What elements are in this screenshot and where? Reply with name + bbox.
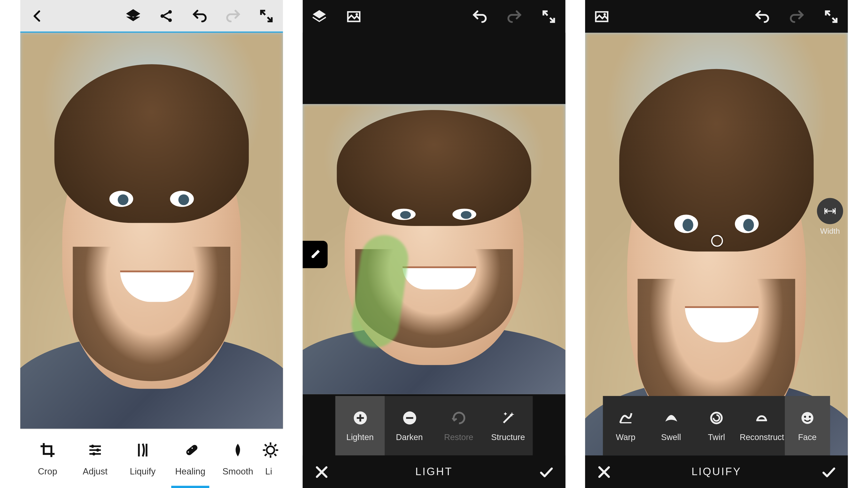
tool-label: Warp [616,432,636,442]
screen-liquify-mode: Width Warp Swell Twirl Reconstruct [585,0,848,488]
darken-icon [401,409,418,426]
layers-dropdown-icon[interactable] [311,8,328,25]
width-label: Width [820,226,840,235]
confirm-icon[interactable] [820,463,837,480]
confirm-icon[interactable] [538,463,555,480]
photo-canvas[interactable]: Width Warp Swell Twirl Reconstruct [585,33,848,488]
fullscreen-icon[interactable] [258,7,275,24]
fullscreen-icon[interactable] [823,8,840,25]
tool-label: Structure [491,432,525,442]
tool-crop[interactable]: Crop [24,429,71,488]
tool-label: Li [265,466,272,477]
tool-label: Liquify [130,466,155,477]
tool-light-partial[interactable]: Li [261,429,283,488]
structure-icon [500,409,516,426]
reconstruct-icon [754,409,770,426]
tool-label: Lighten [346,432,374,442]
tool-swell[interactable]: Swell [648,396,694,456]
smooth-icon [229,441,247,459]
redo-icon [225,7,242,24]
letterbox-top [303,33,565,104]
screen-light-mode: Lighten Darken Restore Structure LIGHT [303,0,565,488]
warp-icon [617,409,634,426]
back-icon[interactable] [29,7,45,24]
swell-icon [662,409,679,426]
layers-icon[interactable] [125,7,142,24]
portrait-photo [20,33,283,429]
liquify-tool-row: Warp Swell Twirl Reconstruct Face [603,396,830,456]
tool-label: Restore [444,432,473,442]
top-bar [303,0,565,33]
image-icon[interactable] [593,8,610,25]
redo-icon [788,8,805,25]
confirm-bar: LIQUIFY [585,456,848,488]
top-bar [585,0,848,33]
tool-bar: Crop Adjust Liquify Healing Smooth Li [20,429,283,488]
tool-label: Twirl [708,432,725,442]
share-icon[interactable] [158,7,175,24]
tool-label: Healing [175,466,206,477]
undo-icon[interactable] [471,8,488,25]
tool-warp[interactable]: Warp [603,396,648,456]
tool-liquify[interactable]: Liquify [119,429,166,488]
width-control[interactable]: Width [817,198,843,236]
tool-face[interactable]: Face [785,396,830,456]
healing-icon [181,441,199,459]
tool-label: Darken [396,432,423,442]
fullscreen-icon[interactable] [540,8,557,25]
screen-editor-main: Crop Adjust Liquify Healing Smooth Li [20,0,283,488]
top-bar [20,0,283,33]
liquify-icon [134,441,152,459]
tool-restore: Restore [434,396,484,456]
photo-canvas[interactable] [20,33,283,429]
adjust-icon [86,441,104,459]
tool-smooth[interactable]: Smooth [214,429,261,488]
light-icon [261,441,279,459]
twirl-icon [708,409,725,426]
lighten-icon [352,409,368,426]
confirm-bar: LIGHT [303,456,565,488]
undo-icon[interactable] [192,7,208,24]
tool-adjust[interactable]: Adjust [71,429,119,488]
undo-icon[interactable] [754,8,771,25]
brush-fab[interactable] [303,241,328,268]
tool-reconstruct[interactable]: Reconstruct [739,396,785,456]
tool-label: Adjust [83,466,107,477]
redo-icon [506,8,523,25]
crop-icon [39,441,57,459]
restore-icon [451,409,467,426]
width-icon [817,198,843,224]
tool-label: Reconstruct [740,432,784,442]
tool-twirl[interactable]: Twirl [694,396,739,456]
tool-label: Crop [38,466,57,477]
photo-canvas[interactable]: Lighten Darken Restore Structure LIGHT [303,33,565,488]
mode-title: LIQUIFY [691,465,741,478]
tool-label: Swell [661,432,681,442]
tool-healing[interactable]: Healing [166,429,214,488]
tool-structure[interactable]: Structure [484,396,533,456]
cancel-icon[interactable] [313,463,330,480]
tool-darken[interactable]: Darken [384,396,434,456]
light-tool-row: Lighten Darken Restore Structure [335,396,533,456]
mode-title: LIGHT [415,465,453,478]
tool-label: Face [798,432,816,442]
portrait-photo [303,104,565,394]
cancel-icon[interactable] [596,463,613,480]
image-icon[interactable] [345,8,362,25]
tool-lighten[interactable]: Lighten [335,396,385,456]
face-icon [799,409,816,426]
liquify-cursor[interactable] [711,235,723,247]
tool-label: Smooth [223,466,253,477]
